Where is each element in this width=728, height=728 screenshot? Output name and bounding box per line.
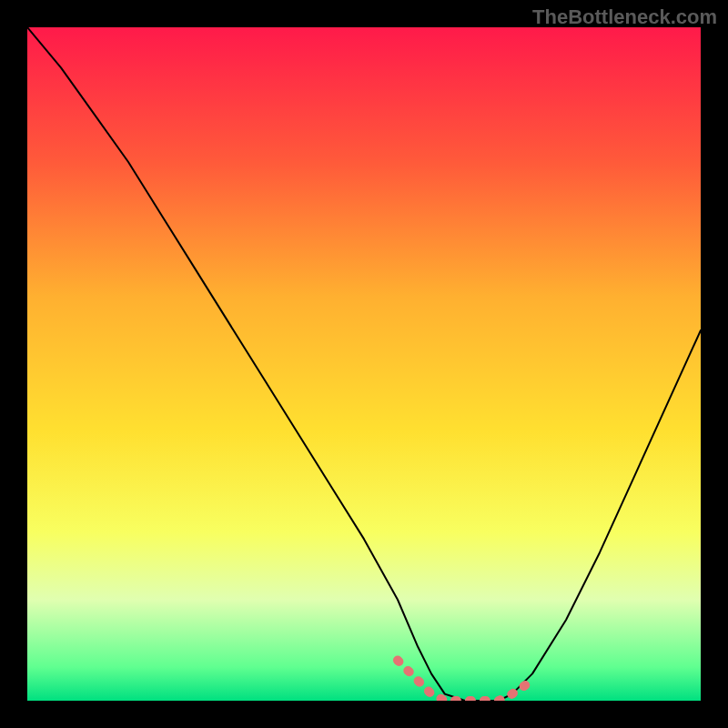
- watermark-text: TheBottleneck.com: [532, 5, 717, 29]
- chart-svg: [27, 27, 701, 701]
- bottleneck-chart: [27, 27, 701, 701]
- plot-background: [27, 27, 701, 701]
